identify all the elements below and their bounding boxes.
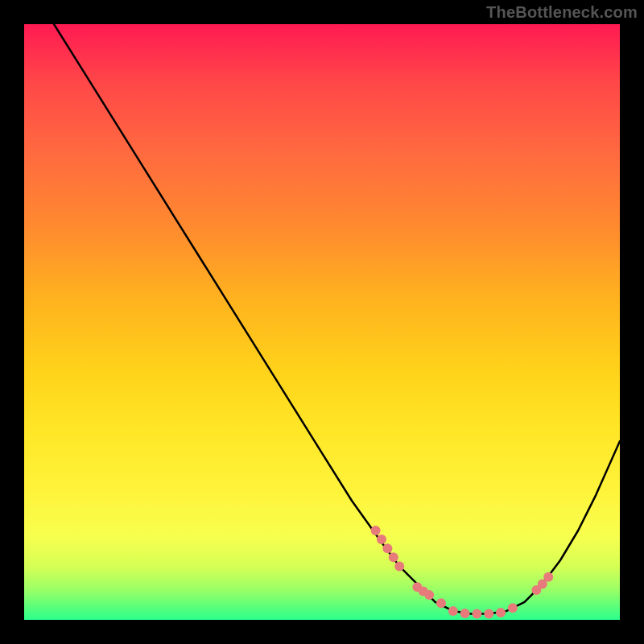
marker-point <box>448 606 458 616</box>
marker-point <box>543 572 553 582</box>
marker-point <box>424 590 434 600</box>
marker-point <box>389 552 398 562</box>
marker-point <box>472 609 481 619</box>
chart-root: TheBottleneck.com <box>0 0 644 644</box>
bottleneck-curve <box>54 24 620 614</box>
marker-point <box>436 598 446 608</box>
plot-area <box>24 24 620 620</box>
chart-svg <box>24 24 620 620</box>
marker-point <box>394 561 404 571</box>
marker-point <box>496 608 506 617</box>
marker-point <box>508 603 518 613</box>
markers-group <box>371 526 554 619</box>
marker-point <box>377 535 386 544</box>
marker-point <box>484 609 493 619</box>
watermark-text: TheBottleneck.com <box>486 3 638 22</box>
marker-point <box>460 609 470 618</box>
marker-point <box>371 526 381 535</box>
marker-point <box>382 543 392 553</box>
